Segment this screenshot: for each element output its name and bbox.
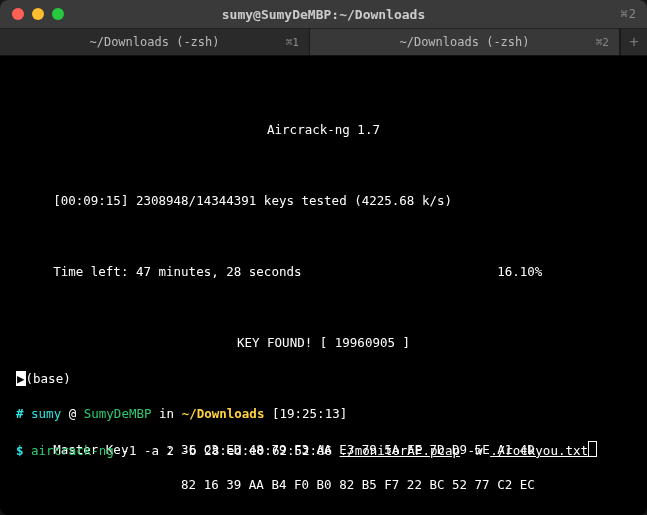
blank-line bbox=[8, 299, 639, 317]
app-title: Aircrack-ng 1.7 bbox=[8, 121, 639, 139]
tab-label: ~/Downloads (-zsh) bbox=[89, 35, 219, 49]
time-left-line: Time left: 47 minutes, 28 seconds 16.10% bbox=[8, 263, 639, 281]
titlebar-shortcut: ⌘2 bbox=[621, 7, 637, 21]
blank-line bbox=[8, 157, 639, 175]
tab-badge: ⌘1 bbox=[286, 36, 299, 49]
blank-line bbox=[8, 86, 639, 104]
terminal-window: sumy@SumyDeMBP:~/Downloads ⌘2 ~/Download… bbox=[0, 0, 647, 515]
tab-label: ~/Downloads (-zsh) bbox=[399, 35, 529, 49]
tab-2[interactable]: ~/Downloads (-zsh) ⌘2 bbox=[310, 29, 620, 55]
prompt-context: # sumy @ SumyDeMBP in ~/Downloads [19:25… bbox=[16, 405, 631, 423]
blank-line bbox=[8, 228, 639, 246]
traffic-lights bbox=[12, 8, 64, 20]
prompt-input[interactable]: $ aircrack-ng -1 -a 2 -b 28:ed:e0:62:52:… bbox=[16, 441, 631, 460]
tab-badge: ⌘2 bbox=[596, 36, 609, 49]
progress-line: [00:09:15] 2308948/14344391 keys tested … bbox=[8, 192, 639, 210]
venv-indicator: ▶(base) bbox=[16, 370, 631, 388]
window-title: sumy@SumyDeMBP:~/Downloads bbox=[0, 7, 647, 22]
close-icon[interactable] bbox=[12, 8, 24, 20]
prompt-block[interactable]: ▶(base) # sumy @ SumyDeMBP in ~/Download… bbox=[8, 340, 639, 501]
cursor-icon bbox=[588, 441, 597, 457]
tab-bar: ~/Downloads (-zsh) ⌘1 ~/Downloads (-zsh)… bbox=[0, 29, 647, 56]
titlebar: sumy@SumyDeMBP:~/Downloads ⌘2 bbox=[0, 0, 647, 29]
new-tab-button[interactable]: + bbox=[620, 29, 647, 55]
minimize-icon[interactable] bbox=[32, 8, 44, 20]
tab-1[interactable]: ~/Downloads (-zsh) ⌘1 bbox=[0, 29, 310, 55]
maximize-icon[interactable] bbox=[52, 8, 64, 20]
